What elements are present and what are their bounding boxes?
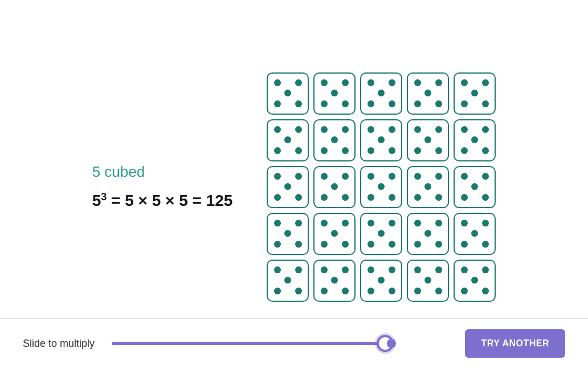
dice-grid (267, 72, 496, 302)
slider-track (112, 342, 385, 345)
content-area: 5 cubed 53 = 5 × 5 × 5 = 125 (23, 17, 565, 357)
main-container: 5 cubed 53 = 5 × 5 × 5 = 125 (0, 0, 588, 368)
die-5 (267, 119, 309, 161)
left-panel: 5 cubed 53 = 5 × 5 × 5 = 125 (92, 163, 233, 210)
die-1 (313, 72, 356, 115)
die-10 (267, 166, 309, 208)
slider-thumb-inner (387, 339, 396, 348)
die-19 (454, 213, 496, 255)
die-0 (267, 72, 309, 115)
die-14 (454, 166, 496, 208)
die-8 (407, 119, 449, 161)
die-4 (454, 72, 496, 115)
die-24 (454, 260, 496, 302)
die-23 (407, 260, 449, 302)
try-another-button[interactable]: TRY ANOTHER (465, 329, 565, 358)
slider-container[interactable] (112, 335, 385, 352)
cubed-label: 5 cubed (92, 163, 145, 181)
slide-label: Slide to multiply (23, 338, 95, 350)
die-11 (313, 166, 356, 208)
die-20 (267, 260, 309, 302)
die-13 (407, 166, 449, 208)
die-6 (313, 119, 356, 161)
die-17 (360, 213, 402, 255)
die-12 (360, 166, 402, 208)
die-16 (313, 213, 356, 255)
die-7 (360, 119, 402, 161)
die-2 (360, 72, 402, 115)
die-22 (360, 260, 402, 302)
die-18 (407, 213, 449, 255)
equation-display: 53 = 5 × 5 × 5 = 125 (92, 191, 233, 210)
die-3 (407, 72, 449, 115)
slider-thumb (377, 335, 394, 352)
die-9 (454, 119, 496, 161)
die-21 (313, 260, 356, 302)
die-15 (267, 213, 309, 255)
bottom-bar: Slide to multiply TRY ANOTHER (0, 318, 588, 368)
